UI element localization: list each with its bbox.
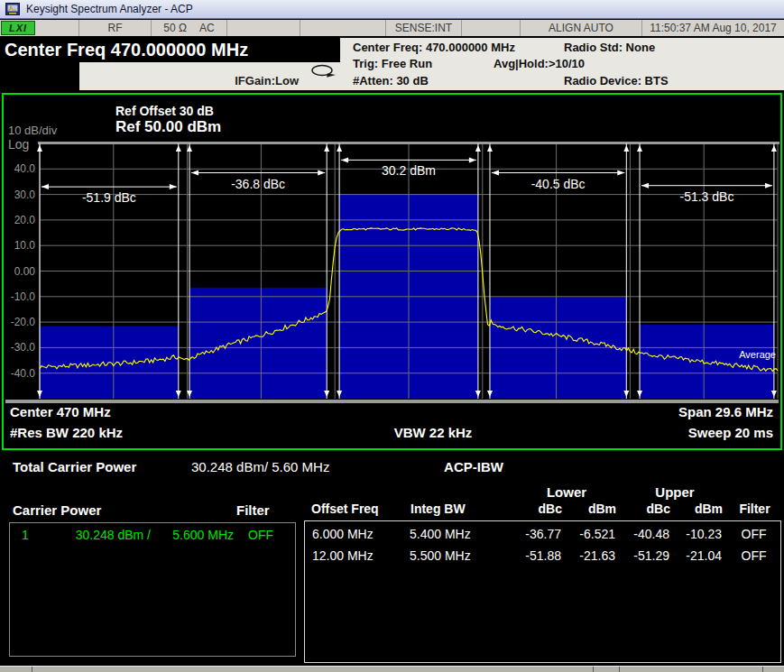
impedance-label: 50 Ω [163, 22, 187, 34]
coupling-label: AC [199, 22, 215, 34]
offset2-filter: OFF [727, 548, 780, 563]
spectrum-screen: 40.030.020.010.00.00-10.0-20.0-30.0-40.0… [2, 93, 782, 450]
col-header-offset-freq: Offset Freq [304, 502, 403, 520]
center-freq-footer[interactable]: Center 470 MHz [10, 404, 111, 419]
col-header-lower-dbc: dBc [512, 502, 567, 520]
offset1-freq: 6.000 MHz [305, 527, 402, 541]
svg-text:40.0: 40.0 [14, 162, 36, 175]
res-bw-footer[interactable]: #Res BW 220 kHz [10, 425, 123, 440]
svg-text:-10.0: -10.0 [11, 290, 36, 303]
offset1-upper-dbc: -40.48 [621, 527, 675, 541]
rf-input-indicator[interactable]: RF [79, 20, 152, 36]
carrier-index: 1 [10, 528, 41, 542]
svg-text:20.0: 20.0 [14, 214, 36, 226]
svg-text:30.2 dBm: 30.2 dBm [382, 163, 436, 178]
scale-annotation: 10 dB/div [8, 124, 57, 137]
spectrum-display[interactable]: 40.030.020.010.00.00-10.0-20.0-30.0-40.0… [4, 95, 780, 409]
input-coupling-indicator[interactable]: 50 Ω AC [152, 20, 227, 36]
align-label: ALIGN AUTO [549, 22, 613, 34]
offset2-freq: 12.00 MHz [305, 548, 402, 563]
rf-label: RF [108, 22, 123, 34]
col-header-filter: Filter [728, 502, 781, 520]
vbw-footer[interactable]: VBW 22 kHz [325, 425, 541, 440]
col-header-upper-dbm: dBm [676, 502, 728, 520]
svg-text:Average: Average [739, 349, 776, 360]
measurement-title: ACP-IBW [415, 459, 532, 474]
ifgain-annotation: IFGain:Low [235, 74, 299, 87]
svg-text:-40.0: -40.0 [11, 367, 36, 380]
col-header-lower-dbm: dBm [567, 502, 622, 520]
status-cell-empty-2[interactable] [300, 20, 386, 36]
settings-strip: IFGain:Low [79, 62, 340, 90]
lxi-indicator[interactable]: LXI [0, 20, 79, 36]
offset2-upper-dbc: -51.29 [621, 548, 675, 563]
continuous-sweep-icon [309, 63, 337, 82]
col-header-integ-bw: Integ BW [403, 502, 512, 520]
group-header-upper: Upper [622, 484, 728, 502]
center-freq-readout: Center Freq: 470.000000 MHz [353, 41, 515, 54]
carrier-power-table[interactable]: 1 30.248 dBm / 5.600 MHz OFF [9, 522, 296, 657]
acp-offset-table[interactable]: Lower Upper Offset Freq Integ BW dBc dBm… [304, 484, 781, 663]
svg-text:-36.8 dBc: -36.8 dBc [231, 177, 285, 191]
avg-hold-readout: Avg|Hold:>10/10 [493, 57, 585, 70]
offset2-lower-dbc: -51.88 [511, 548, 567, 563]
sense-indicator[interactable]: SENSE:INT [386, 20, 462, 36]
col-header-upper-dbc: dBc [622, 502, 676, 520]
offset1-integ-bw: 5.400 MHz [402, 527, 511, 541]
carrier-row[interactable]: 1 30.248 dBm / 5.600 MHz OFF [10, 523, 295, 542]
align-indicator[interactable]: ALIGN AUTO [521, 20, 642, 36]
offset2-integ-bw: 5.500 MHz [402, 548, 511, 563]
offset1-lower-dbm: -6.521 [567, 527, 621, 541]
svg-text:-30.0: -30.0 [11, 341, 36, 354]
status-cell-empty-1[interactable] [227, 20, 300, 36]
measurement-header: Center Freq 470.000000 MHz IFGain:Low Ce… [0, 38, 784, 90]
scale-type-annotation: Log [8, 137, 29, 152]
trigger-readout: Trig: Free Run [353, 57, 432, 70]
sweep-footer[interactable]: Sweep 20 ms [688, 425, 773, 440]
offset1-upper-dbm: -10.23 [675, 527, 727, 541]
status-cell-empty-3[interactable] [462, 20, 521, 36]
carrier-filter-header: Filter [236, 502, 270, 518]
window-title: Keysight Spectrum Analyzer - ACP [26, 3, 193, 15]
ref-level-annotation[interactable]: Ref 50.00 dBm [115, 118, 221, 136]
carrier-filter: OFF [248, 528, 273, 542]
radio-device-readout: Radio Device: BTS [564, 74, 669, 87]
svg-text:-51.3 dBc: -51.3 dBc [680, 189, 734, 204]
acp-offset-rows[interactable]: 6.000 MHz 5.400 MHz -36.77 -6.521 -40.48… [304, 520, 781, 663]
offset1-filter: OFF [727, 527, 780, 541]
svg-text:30.0: 30.0 [14, 189, 36, 201]
bottom-status-strip [0, 666, 784, 672]
datetime-label: 11:50:37 AM Aug 10, 2017 [650, 22, 777, 34]
total-carrier-power-value: 30.248 dBm/ 5.60 MHz [191, 459, 329, 474]
offset2-upper-dbm: -21.04 [675, 548, 727, 563]
carrier-power: 30.248 dBm / [41, 528, 151, 542]
lxi-logo: LXI [1, 21, 35, 35]
sense-label: SENSE:INT [395, 22, 452, 34]
svg-text:-51.9 dBc: -51.9 dBc [82, 190, 136, 205]
svg-text:10.0: 10.0 [14, 239, 36, 252]
carrier-bw: 5.600 MHz [151, 528, 234, 542]
window-titlebar[interactable]: Keysight Spectrum Analyzer - ACP [0, 0, 784, 19]
span-footer[interactable]: Span 29.6 MHz [678, 404, 773, 419]
app-icon [5, 3, 20, 15]
total-carrier-power-label: Total Carrier Power [13, 459, 136, 474]
carrier-power-header: Carrier Power [13, 502, 101, 518]
radio-std-readout: Radio Std: None [564, 41, 655, 54]
instrument-status-bar: LXI RF 50 Ω AC SENSE:INT ALIGN AUTO 11:5… [0, 20, 784, 38]
atten-readout: #Atten: 30 dB [353, 74, 429, 87]
group-header-lower: Lower [512, 484, 622, 502]
clock[interactable]: 11:50:37 AM Aug 10, 2017 [642, 20, 784, 36]
active-function-readout[interactable]: Center Freq 470.000000 MHz [5, 40, 336, 62]
settings-panel[interactable]: Center Freq: 470.000000 MHz Radio Std: N… [340, 38, 784, 90]
svg-text:-40.5 dBc: -40.5 dBc [531, 177, 586, 191]
offset1-lower-dbc: -36.77 [511, 527, 567, 541]
svg-text:0.00: 0.00 [14, 265, 36, 278]
offset2-lower-dbm: -21.63 [567, 548, 621, 563]
svg-text:-20.0: -20.0 [11, 316, 36, 328]
results-area: Total Carrier Power 30.248 dBm/ 5.60 MHz… [0, 450, 784, 666]
ref-offset-annotation: Ref Offset 30 dB [115, 104, 214, 118]
